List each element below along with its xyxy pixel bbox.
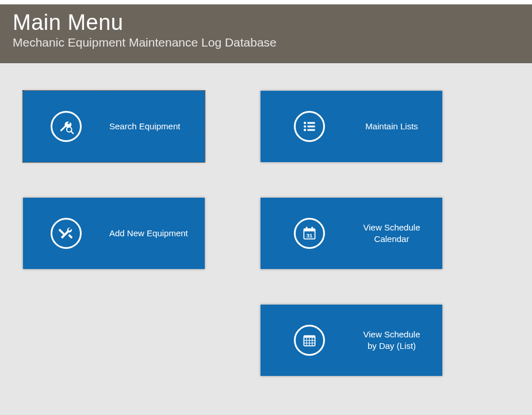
tile-label: Maintain Lists bbox=[358, 121, 442, 132]
tile-label: Search Equipment bbox=[109, 121, 205, 132]
calendar-date-icon: 31 bbox=[261, 218, 358, 249]
svg-point-2 bbox=[304, 122, 306, 124]
svg-rect-7 bbox=[308, 129, 315, 131]
search-wrench-icon bbox=[23, 111, 109, 142]
svg-rect-12 bbox=[306, 227, 308, 230]
main-menu-area: Search Equipment Maintain Lists bbox=[0, 63, 532, 91]
add-new-equipment-button[interactable]: Add New Equipment bbox=[23, 198, 205, 269]
window-top-strip bbox=[0, 0, 532, 5]
svg-rect-6 bbox=[308, 125, 315, 127]
svg-text:31: 31 bbox=[307, 232, 313, 239]
calendar-grid-icon bbox=[261, 325, 358, 356]
svg-point-3 bbox=[304, 125, 306, 128]
list-icon bbox=[261, 111, 358, 142]
svg-rect-8 bbox=[59, 229, 65, 235]
svg-rect-16 bbox=[304, 336, 315, 338]
svg-line-1 bbox=[71, 131, 73, 133]
svg-rect-13 bbox=[312, 227, 313, 230]
search-equipment-button[interactable]: Search Equipment bbox=[23, 91, 205, 162]
tile-label: View Schedule Calendar bbox=[358, 222, 442, 244]
svg-rect-11 bbox=[304, 229, 315, 231]
page-title: Main Menu bbox=[13, 11, 519, 34]
view-schedule-by-day-button[interactable]: View Schedule by Day (List) bbox=[261, 305, 442, 376]
tile-label: Add New Equipment bbox=[109, 228, 205, 239]
maintain-lists-button[interactable]: Maintain Lists bbox=[261, 91, 442, 162]
tile-label: View Schedule by Day (List) bbox=[358, 329, 442, 351]
svg-rect-9 bbox=[68, 234, 72, 239]
view-schedule-calendar-button[interactable]: 31 View Schedule Calendar bbox=[261, 198, 442, 269]
page-subtitle: Mechanic Equipment Maintenance Log Datab… bbox=[13, 36, 519, 49]
svg-rect-5 bbox=[308, 122, 315, 124]
page-header: Main Menu Mechanic Equipment Maintenance… bbox=[0, 5, 532, 63]
tools-icon bbox=[23, 218, 109, 249]
svg-point-4 bbox=[304, 129, 306, 131]
